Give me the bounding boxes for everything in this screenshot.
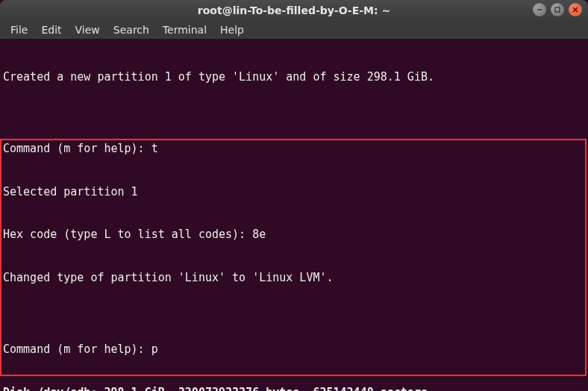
terminal-line: Selected partition 1 xyxy=(3,185,585,199)
terminal-area[interactable]: Created a new partition 1 of type 'Linux… xyxy=(0,39,588,391)
menu-view[interactable]: View xyxy=(69,22,106,37)
close-button[interactable] xyxy=(569,3,582,16)
svg-rect-1 xyxy=(555,7,560,12)
terminal-line: Hex code (type L to list all codes): 8e xyxy=(3,228,585,242)
window-controls xyxy=(533,3,582,16)
menu-search[interactable]: Search xyxy=(107,22,155,37)
terminal-line: Disk /dev/sdb: 298.1 GiB, 320072933376 b… xyxy=(3,386,585,392)
terminal-line: Changed type of partition 'Linux' to 'Li… xyxy=(3,271,585,285)
terminal-line: Command (m for help): p xyxy=(3,342,585,357)
menu-terminal[interactable]: Terminal xyxy=(157,22,213,37)
terminal-line: Created a new partition 1 of type 'Linux… xyxy=(3,70,585,84)
menu-edit[interactable]: Edit xyxy=(35,22,67,37)
window-titlebar: root@lin-To-be-filled-by-O-E-M: ~ xyxy=(0,0,588,21)
window-title: root@lin-To-be-filled-by-O-E-M: ~ xyxy=(198,4,390,16)
minimize-button[interactable] xyxy=(533,3,546,16)
terminal-line: Command (m for help): t xyxy=(3,142,585,156)
maximize-button[interactable] xyxy=(551,3,564,16)
menu-help[interactable]: Help xyxy=(214,22,250,37)
menu-bar: File Edit View Search Terminal Help xyxy=(0,21,588,39)
menu-file[interactable]: File xyxy=(4,22,34,37)
annotation-highlight xyxy=(0,139,587,376)
